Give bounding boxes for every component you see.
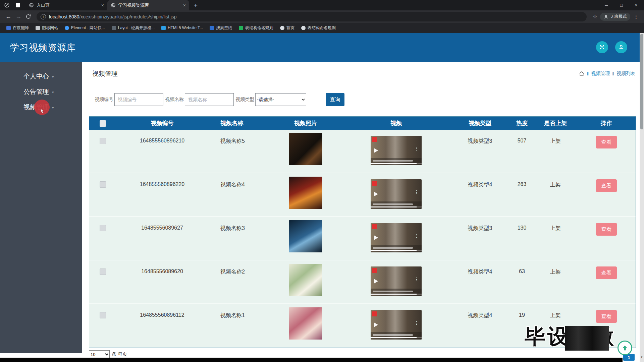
sidebar-item[interactable]: 个人中心▾ (0, 69, 82, 84)
tab-title: 入口页 (37, 2, 99, 8)
home-icon[interactable] (579, 71, 584, 76)
user-button[interactable] (615, 41, 627, 53)
video-name-input[interactable] (185, 93, 234, 106)
view-button[interactable]: 查看 (596, 310, 617, 323)
bookmark-favicon-icon (161, 26, 166, 30)
url-host: localhost:8080 (49, 14, 79, 19)
view-button[interactable]: 查看 (596, 179, 617, 192)
bookmark-label: Element - 网站快... (71, 25, 105, 31)
click-effect-indicator (34, 100, 50, 115)
bookmark-item[interactable]: Element - 网站快... (62, 24, 108, 32)
browser-tab-video-library[interactable]: 学习视频资源库 × (107, 0, 189, 10)
scrollbar-thumb[interactable] (640, 34, 643, 129)
minimize-button[interactable]: ─ (605, 3, 608, 8)
action-cell: 查看 (577, 173, 636, 216)
forward-button[interactable]: → (13, 13, 23, 20)
incognito-badge: 无痕模式 (600, 13, 630, 21)
video-cell: ⋮ (342, 260, 450, 303)
breadcrumb-video-list[interactable]: 视频列表 (616, 71, 635, 77)
view-button[interactable]: 查看 (596, 223, 617, 236)
row-checkbox-cell (89, 130, 116, 173)
bookmark-item[interactable]: Layui - 经典开源模... (109, 24, 158, 32)
browser-menu-button[interactable]: ⋮ (634, 14, 639, 20)
action-cell: 查看 (577, 260, 636, 303)
bookmark-label: 表结构命名规则 (245, 25, 273, 31)
breadcrumb-video-management[interactable]: 视频管理 (591, 71, 610, 77)
scrollbar-down-arrow[interactable]: ▼ (640, 356, 643, 359)
video-id-input[interactable] (114, 93, 163, 106)
page-head: 视频管理 ‖ 视频管理 ‖ 视频列表 (92, 69, 635, 78)
row-checkbox[interactable] (100, 312, 106, 318)
close-tab-icon[interactable]: × (101, 3, 104, 8)
breadcrumb: ‖ 视频管理 ‖ 视频列表 (579, 71, 635, 77)
scrollbar[interactable]: ▼ (640, 33, 644, 362)
bookmark-item[interactable]: 百度翻译 (3, 24, 32, 32)
globe-favicon-icon (29, 3, 34, 8)
breadcrumb-separator: ‖ (587, 71, 589, 76)
query-button[interactable]: 查询 (326, 93, 344, 106)
bookmark-favicon-icon (65, 26, 69, 30)
header-buttons (596, 41, 627, 53)
back-to-top-button[interactable] (618, 341, 632, 355)
video-name-cell: 视频名称5 (208, 130, 269, 173)
column-header-video-photo: 视频照片 (269, 119, 342, 127)
site-info-icon[interactable]: i (41, 14, 46, 19)
refresh-button[interactable] (25, 14, 31, 19)
maximize-button[interactable]: □ (620, 3, 623, 8)
row-checkbox[interactable] (100, 181, 106, 188)
video-id-cell: 164855560896112 (116, 304, 208, 347)
video-player-thumbnail[interactable]: ⋮ (371, 266, 422, 296)
bookmark-item[interactable]: 表结构命名规则 (236, 24, 276, 32)
bookmark-favicon-icon (301, 26, 306, 30)
select-all-checkbox[interactable] (100, 120, 106, 127)
video-cell: ⋮ (342, 130, 450, 173)
square-icon[interactable] (16, 3, 20, 7)
view-button[interactable]: 查看 (596, 266, 617, 279)
column-header-video-type: 视频类型 (450, 119, 510, 127)
video-player-thumbnail[interactable]: ⋮ (371, 136, 422, 165)
close-window-button[interactable]: × (635, 3, 637, 8)
address-bar[interactable]: i localhost:8080 /xuexishipinziyuanku/js… (37, 12, 587, 21)
view-button[interactable]: 查看 (596, 136, 617, 148)
bookmark-star-icon[interactable]: ☆ (593, 13, 597, 20)
video-type-cell: 视频类型3 (450, 130, 510, 173)
row-checkbox-cell (89, 260, 116, 303)
column-header-video: 视频 (342, 119, 450, 127)
close-tab-icon[interactable]: × (183, 3, 186, 8)
bookmark-favicon-icon (36, 26, 40, 30)
table-header-row: 视频编号 视频名称 视频照片 视频 视频类型 热度 是否上架 操作 (89, 117, 636, 130)
bookmark-item[interactable]: 搜索壁纸 (207, 24, 235, 32)
video-player-thumbnail[interactable]: ⋮ (371, 179, 422, 209)
video-table: 视频编号 视频名称 视频照片 视频 视频类型 热度 是否上架 操作 164855… (89, 116, 636, 348)
video-player-thumbnail[interactable]: ⋮ (371, 223, 422, 252)
bookmark-item[interactable]: 表结构命名规则 (298, 24, 339, 32)
sidebar-item-label: 公告管理 (23, 87, 49, 96)
browser-toolbar: ← → i localhost:8080 /xuexishipinziyuank… (0, 10, 644, 23)
pagination: 10 条 每页 (89, 350, 644, 358)
row-checkbox[interactable] (100, 225, 106, 231)
row-checkbox-cell (89, 173, 116, 216)
video-player-thumbnail[interactable]: ⋮ (371, 310, 422, 340)
per-page-select[interactable]: 10 (89, 350, 110, 358)
video-photo-thumbnail (289, 177, 322, 209)
heat-cell: 507 (510, 130, 534, 173)
fullscreen-button[interactable] (596, 41, 608, 53)
bookmark-item[interactable]: 首页 (277, 24, 298, 32)
table-row: 164855560896220 视频名称4 ⋮ 视频类型4 263 上架 查看 (89, 173, 636, 217)
incognito-label: 无痕模式 (610, 14, 627, 19)
video-photo-cell (269, 173, 342, 216)
bookmark-favicon-icon (6, 26, 11, 30)
bookmark-item[interactable]: HTML5 Website T... (158, 24, 206, 31)
player-caption-bar (373, 334, 413, 336)
video-type-select[interactable]: -请选择- (255, 93, 306, 106)
sidebar-item[interactable]: 公告管理▾ (0, 84, 82, 100)
row-checkbox[interactable] (100, 268, 106, 275)
bookmark-item[interactable]: 图标网站 (33, 24, 61, 32)
row-checkbox[interactable] (100, 138, 106, 144)
video-id-label: 视频编号 (95, 97, 113, 103)
user-icon (604, 14, 608, 19)
browser-tab-entry[interactable]: 入口页 × (25, 0, 107, 10)
video-photo-thumbnail (289, 220, 322, 252)
back-button[interactable]: ← (3, 13, 13, 20)
new-tab-button[interactable]: + (194, 2, 198, 9)
